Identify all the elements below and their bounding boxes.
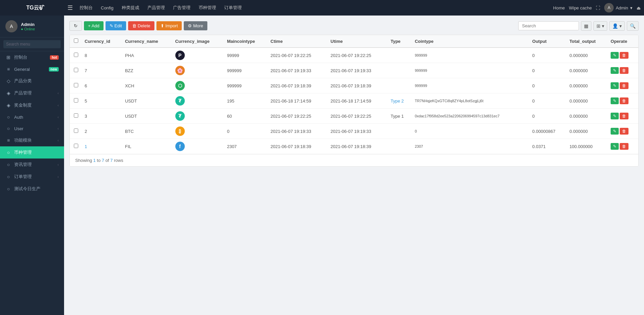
row-delete-button[interactable]: 🗑: [620, 82, 628, 89]
admin-section[interactable]: A Admin ▾: [604, 3, 633, 12]
sidebar-item-auth[interactable]: ○Auth‹: [0, 111, 64, 123]
row-edit-button[interactable]: ✎: [611, 113, 619, 119]
top-nav-link[interactable]: 种类提成: [118, 3, 143, 12]
table-header: Currency_id Currency_name Currency_image…: [70, 35, 638, 48]
row-delete-button[interactable]: 🗑: [620, 128, 628, 135]
row-delete-button[interactable]: 🗑: [620, 52, 628, 59]
sidebar-item-general[interactable]: ≡Generalnew: [0, 63, 64, 75]
type-value: [388, 78, 412, 93]
row-delete-button[interactable]: 🗑: [620, 113, 628, 119]
footer-end: 7: [102, 158, 104, 163]
col-currency-id: Currency_id: [82, 35, 122, 48]
sidebar-item-icon: ◇: [5, 78, 11, 84]
sidebar-item-dashboard[interactable]: ⊞控制台hot: [0, 51, 64, 63]
sidebar-item-label: 币种管理: [14, 149, 59, 155]
row-checkbox[interactable]: [74, 128, 78, 133]
utime: 2021-06-07 19:19:33: [328, 124, 388, 139]
top-nav-link[interactable]: 控制台: [76, 3, 96, 12]
refresh-button[interactable]: ↻: [69, 21, 82, 31]
sidebar-item-product-manage[interactable]: ◈产品管理‹: [0, 87, 64, 99]
top-nav-link[interactable]: Config: [97, 4, 117, 12]
currency-image: P: [175, 51, 185, 60]
cointype: 0: [412, 124, 529, 139]
top-nav-link[interactable]: 产品管理: [144, 3, 168, 12]
sidebar-item-label: 奖金制度: [14, 102, 55, 108]
top-nav-link[interactable]: 订单管理: [221, 3, 245, 12]
type-value: [388, 48, 412, 63]
sidebar-user-info: Admin Online: [21, 22, 59, 31]
output: 0: [530, 109, 567, 124]
sidebar-item-icon: ⊞: [5, 55, 11, 60]
row-checkbox[interactable]: [74, 53, 78, 57]
row-edit-button[interactable]: ✎: [611, 82, 619, 89]
table-row: 5USDT₮1952021-06-18 17:14:592021-06-18 1…: [70, 93, 638, 109]
total-output: 0.000000: [567, 48, 608, 63]
utime: 2021-06-07 19:22:25: [328, 48, 388, 63]
sidebar-user-avatar: A: [5, 20, 18, 32]
row-edit-button[interactable]: ✎: [611, 143, 619, 150]
import-button[interactable]: ⬆ Import: [156, 21, 182, 30]
footer-start: 1: [93, 158, 95, 163]
row-checkbox[interactable]: [74, 68, 78, 72]
sidebar-item-test-today[interactable]: ○测试今日生产: [0, 183, 64, 195]
row-checkbox[interactable]: [74, 144, 78, 148]
admin-dropdown-icon: ▾: [630, 5, 633, 10]
more-button[interactable]: ⚙ More: [184, 21, 207, 30]
row-edit-button[interactable]: ✎: [611, 97, 619, 104]
sidebar-item-func-module[interactable]: ≡功能模块‹: [0, 134, 64, 146]
cointype: 0xdac17f958d2ee523a2206206994597c13d831e…: [412, 109, 529, 124]
view-toggle-button[interactable]: ▦: [581, 21, 591, 31]
sidebar-item-info-manage[interactable]: ○资讯管理‹: [0, 159, 64, 171]
maincointype: 999999: [224, 78, 268, 93]
wipe-cache-link[interactable]: Wipe cache: [569, 5, 592, 10]
row-checkbox[interactable]: [74, 98, 78, 103]
type-link[interactable]: Type 2: [390, 98, 404, 104]
table-search-input[interactable]: [518, 21, 579, 30]
columns-button[interactable]: 👤 ▾: [609, 21, 625, 31]
search-icon-button[interactable]: 🔍: [627, 21, 639, 31]
table-row: 6XCH⬡9999992021-06-07 19:18:392021-06-07…: [70, 78, 638, 93]
logout-icon[interactable]: ⏏: [637, 5, 641, 10]
sidebar-item-user[interactable]: ○User‹: [0, 123, 64, 134]
select-all-checkbox[interactable]: [74, 38, 78, 43]
currency-id-link[interactable]: 1: [85, 144, 87, 149]
col-total-output: Total_output: [567, 35, 608, 48]
col-utime: Utime: [328, 35, 388, 48]
col-output: Output: [530, 35, 567, 48]
fullscreen-icon[interactable]: ⛶: [596, 5, 600, 10]
hamburger-icon[interactable]: ☰: [67, 4, 73, 11]
operate-cell: ✎🗑: [608, 93, 638, 109]
row-edit-button[interactable]: ✎: [611, 67, 619, 74]
sidebar-item-bonus-system[interactable]: ◈奖金制度‹: [0, 99, 64, 111]
table-footer: Showing 1 to 7 of 7 rows: [70, 154, 638, 166]
top-nav-link[interactable]: 币种管理: [195, 3, 219, 12]
sidebar-search-input[interactable]: [3, 40, 61, 48]
ctime: 2021-06-07 19:22:25: [268, 109, 328, 124]
delete-button[interactable]: 🗑 Delete: [128, 21, 154, 30]
toolbar: ↻ + Add ✎ Edit 🗑 Delete ⬆ Import ⚙ More …: [69, 21, 639, 31]
total-output: 0.000000: [567, 124, 608, 139]
row-checkbox[interactable]: [74, 83, 78, 87]
operate-cell: ✎🗑: [608, 109, 638, 124]
row-edit-button[interactable]: ✎: [611, 128, 619, 135]
sidebar-item-coin-manage[interactable]: ○币种管理: [0, 146, 64, 159]
grid-toggle-button[interactable]: ⊞ ▾: [593, 21, 607, 31]
currency-id: 5: [82, 93, 122, 109]
utime: 2021-06-18 17:14:59: [328, 93, 388, 109]
sidebar-item-product-category[interactable]: ◇产品分类: [0, 75, 64, 87]
sidebar-item-icon: ○: [5, 114, 11, 120]
add-button[interactable]: + Add: [84, 21, 104, 30]
edit-button[interactable]: ✎ Edit: [106, 21, 126, 30]
top-nav-link[interactable]: 广告管理: [170, 3, 194, 12]
sidebar-item-order-manage[interactable]: ○订单管理‹: [0, 171, 64, 183]
home-link[interactable]: Home: [553, 5, 565, 10]
row-checkbox[interactable]: [74, 113, 78, 118]
col-currency-name: Currency_name: [122, 35, 173, 48]
row-delete-button[interactable]: 🗑: [620, 143, 628, 150]
sidebar-item-label: 功能模块: [14, 137, 55, 143]
row-edit-button[interactable]: ✎: [611, 52, 619, 59]
row-delete-button[interactable]: 🗑: [620, 67, 628, 74]
row-delete-button[interactable]: 🗑: [620, 97, 628, 104]
currency-image: f: [175, 142, 185, 151]
utime: 2021-06-07 19:19:33: [328, 63, 388, 78]
